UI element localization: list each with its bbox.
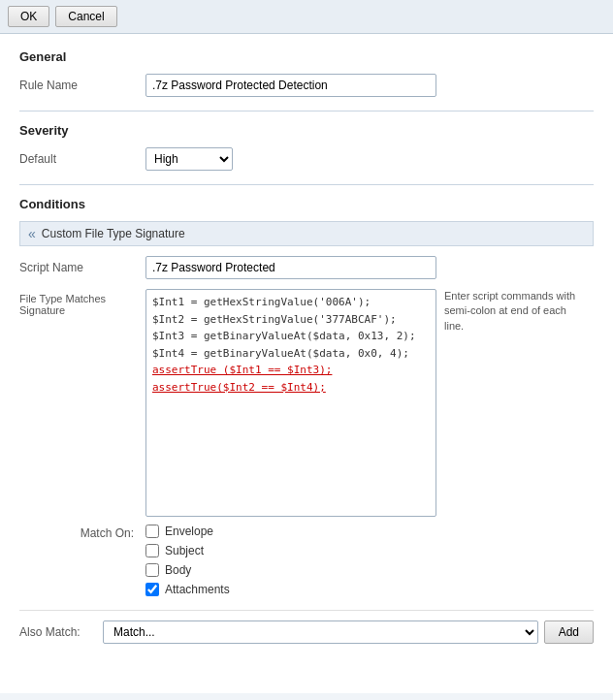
signature-row: File Type Matches Signature $Int1 = getH… [19, 289, 594, 517]
attachments-checkbox[interactable] [145, 583, 159, 596]
rule-name-row: Rule Name [19, 74, 594, 97]
code-line-4: $Int4 = getBinaryValueAt($data, 0x0, 4); [152, 345, 430, 363]
severity-select-wrap: High Medium Low [145, 147, 233, 171]
divider-1 [19, 111, 594, 111]
body-label: Body [165, 563, 191, 577]
also-match-label: Also Match: [19, 625, 97, 639]
body-checkbox[interactable] [145, 563, 159, 577]
hint-text: Enter script commands with semi-colon at… [444, 289, 580, 334]
rule-name-label: Rule Name [19, 79, 145, 92]
severity-title: Severity [19, 123, 594, 138]
rule-name-input[interactable] [145, 74, 436, 97]
checkbox-attachments[interactable]: Attachments [145, 583, 230, 596]
severity-select[interactable]: High Medium Low [145, 147, 233, 171]
checkbox-body[interactable]: Body [145, 563, 230, 577]
main-content: General Rule Name Severity Default High … [0, 34, 613, 693]
code-block: $Int1 = getHexStringValue('006A'); $Int2… [152, 294, 430, 397]
collapse-icon[interactable]: « [28, 226, 36, 241]
envelope-checkbox[interactable] [145, 525, 159, 538]
checkbox-list: Envelope Subject Body Attachments [145, 525, 230, 596]
script-name-row: Script Name [19, 256, 594, 279]
also-match-select[interactable]: Match... [103, 620, 538, 644]
subsection-label: Custom File Type Signature [42, 227, 185, 240]
checkbox-envelope[interactable]: Envelope [145, 525, 230, 538]
severity-label: Default [19, 152, 145, 166]
add-button[interactable]: Add [544, 620, 594, 644]
also-match-row: Also Match: Match... Add [19, 610, 594, 644]
envelope-label: Envelope [165, 525, 213, 538]
top-bar: OK Cancel [0, 0, 613, 34]
ok-button[interactable]: OK [8, 6, 49, 27]
attachments-label: Attachments [165, 583, 230, 596]
subsection-header: « Custom File Type Signature [19, 221, 594, 246]
textarea-wrap: $Int1 = getHexStringValue('006A'); $Int2… [145, 289, 580, 517]
code-line-1: $Int1 = getHexStringValue('006A'); [152, 294, 430, 311]
code-line-6: assertTrue($Int2 == $Int4); [152, 379, 430, 397]
code-line-2: $Int2 = getHexStringValue('377ABCAF'); [152, 311, 430, 329]
divider-2 [19, 184, 594, 185]
script-name-input[interactable] [145, 256, 436, 279]
conditions-title: Conditions [19, 197, 594, 211]
cancel-button[interactable]: Cancel [55, 6, 116, 27]
code-line-3: $Int3 = getBinaryValueAt($data, 0x13, 2)… [152, 328, 430, 345]
code-line-5: assertTrue ($Int1 == $Int3); [152, 362, 430, 379]
signature-label: File Type Matches Signature [19, 289, 145, 316]
checkbox-subject[interactable]: Subject [145, 544, 230, 557]
general-title: General [19, 49, 594, 64]
script-name-label: Script Name [19, 261, 145, 274]
match-on-label: Match On: [19, 525, 145, 540]
code-area[interactable]: $Int1 = getHexStringValue('006A'); $Int2… [145, 289, 436, 517]
default-severity-row: Default High Medium Low [19, 147, 594, 171]
subject-checkbox[interactable] [145, 544, 159, 557]
match-on-section: Match On: Envelope Subject Body Attachme… [19, 525, 594, 596]
subject-label: Subject [165, 544, 204, 557]
